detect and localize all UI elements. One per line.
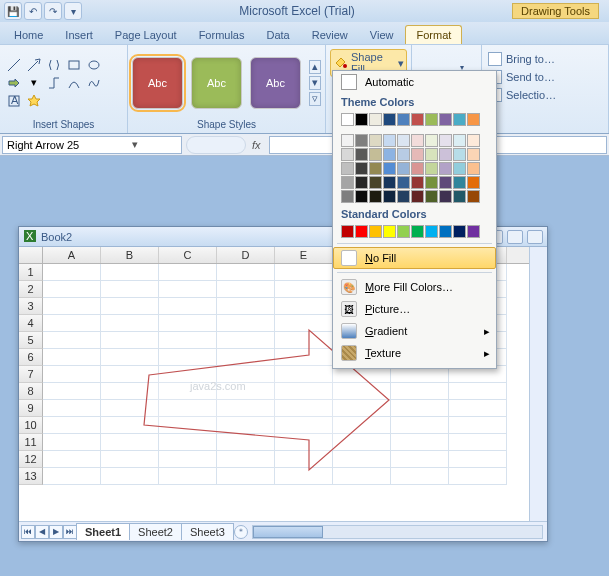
row-header-3[interactable]: 3 (19, 298, 43, 315)
tab-format[interactable]: Format (405, 25, 462, 44)
color-swatch[interactable] (439, 225, 452, 238)
row-header-2[interactable]: 2 (19, 281, 43, 298)
color-swatch[interactable] (425, 176, 438, 189)
color-swatch[interactable] (453, 134, 466, 147)
color-swatch[interactable] (425, 113, 438, 126)
color-swatch[interactable] (355, 162, 368, 175)
shape-freeform-icon[interactable] (86, 75, 102, 91)
color-swatch[interactable] (467, 113, 480, 126)
color-swatch[interactable] (341, 176, 354, 189)
cell-G13[interactable] (391, 468, 449, 485)
color-swatch[interactable] (467, 162, 480, 175)
shapes-more-icon[interactable]: ▾ (26, 75, 42, 91)
shape-block-arrow-icon[interactable] (6, 75, 22, 91)
shape-star-icon[interactable] (26, 93, 42, 109)
color-swatch[interactable] (467, 134, 480, 147)
row-header-9[interactable]: 9 (19, 400, 43, 417)
cell-C11[interactable] (159, 434, 217, 451)
cell-H8[interactable] (449, 383, 507, 400)
color-swatch[interactable] (397, 176, 410, 189)
row-header-8[interactable]: 8 (19, 383, 43, 400)
color-swatch[interactable] (355, 225, 368, 238)
color-swatch[interactable] (425, 225, 438, 238)
color-swatch[interactable] (411, 190, 424, 203)
cell-A4[interactable] (43, 315, 101, 332)
cell-D12[interactable] (217, 451, 275, 468)
cell-B12[interactable] (101, 451, 159, 468)
cell-F10[interactable] (333, 417, 391, 434)
color-swatch[interactable] (439, 148, 452, 161)
color-swatch[interactable] (425, 134, 438, 147)
no-fill[interactable]: No Fill (333, 247, 496, 269)
save-button[interactable]: 💾 (4, 2, 22, 20)
sheet-tab-sheet1[interactable]: Sheet1 (76, 523, 130, 540)
sheet-tab-sheet2[interactable]: Sheet2 (129, 523, 182, 540)
color-swatch[interactable] (341, 162, 354, 175)
cell-E11[interactable] (275, 434, 333, 451)
cell-B8[interactable] (101, 383, 159, 400)
sheet-tab-sheet3[interactable]: Sheet3 (181, 523, 234, 540)
cell-B5[interactable] (101, 332, 159, 349)
color-swatch[interactable] (397, 162, 410, 175)
color-swatch[interactable] (341, 134, 354, 147)
color-swatch[interactable] (397, 134, 410, 147)
cell-A5[interactable] (43, 332, 101, 349)
tab-last[interactable]: ⏭ (63, 525, 77, 539)
color-swatch[interactable] (453, 225, 466, 238)
color-swatch[interactable] (425, 190, 438, 203)
color-swatch[interactable] (383, 162, 396, 175)
cell-H11[interactable] (449, 434, 507, 451)
shape-style-2[interactable]: Abc (191, 57, 242, 109)
color-swatch[interactable] (453, 176, 466, 189)
color-swatch[interactable] (341, 225, 354, 238)
cell-F9[interactable] (333, 400, 391, 417)
cell-C4[interactable] (159, 315, 217, 332)
cell-B1[interactable] (101, 264, 159, 281)
tab-formulas[interactable]: Formulas (189, 26, 255, 44)
color-swatch[interactable] (397, 148, 410, 161)
color-swatch[interactable] (411, 134, 424, 147)
cell-D9[interactable] (217, 400, 275, 417)
row-header-11[interactable]: 11 (19, 434, 43, 451)
cell-B7[interactable] (101, 366, 159, 383)
color-swatch[interactable] (467, 148, 480, 161)
col-header-A[interactable]: A (43, 247, 101, 263)
shape-line-icon[interactable] (6, 57, 22, 73)
cell-A13[interactable] (43, 468, 101, 485)
shape-style-1[interactable]: Abc (132, 57, 183, 109)
tab-insert[interactable]: Insert (55, 26, 103, 44)
maximize-button[interactable] (507, 230, 523, 244)
cell-E10[interactable] (275, 417, 333, 434)
cell-C1[interactable] (159, 264, 217, 281)
cell-B3[interactable] (101, 298, 159, 315)
row-header-1[interactable]: 1 (19, 264, 43, 281)
cell-A8[interactable] (43, 383, 101, 400)
cell-D3[interactable] (217, 298, 275, 315)
cell-F12[interactable] (333, 451, 391, 468)
cell-A11[interactable] (43, 434, 101, 451)
cell-G9[interactable] (391, 400, 449, 417)
cell-D11[interactable] (217, 434, 275, 451)
cell-B4[interactable] (101, 315, 159, 332)
color-swatch[interactable] (397, 113, 410, 126)
cell-D5[interactable] (217, 332, 275, 349)
cell-E4[interactable] (275, 315, 333, 332)
cell-C6[interactable] (159, 349, 217, 366)
cell-E6[interactable] (275, 349, 333, 366)
automatic-fill[interactable]: Automatic (333, 71, 496, 93)
cell-E3[interactable] (275, 298, 333, 315)
cell-A7[interactable] (43, 366, 101, 383)
color-swatch[interactable] (355, 134, 368, 147)
shape-brace-icon[interactable] (46, 57, 62, 73)
cell-B13[interactable] (101, 468, 159, 485)
col-header-E[interactable]: E (275, 247, 333, 263)
color-swatch[interactable] (453, 190, 466, 203)
cell-F8[interactable] (333, 383, 391, 400)
color-swatch[interactable] (453, 162, 466, 175)
redo-button[interactable]: ↷ (44, 2, 62, 20)
shape-rect-icon[interactable] (66, 57, 82, 73)
color-swatch[interactable] (383, 190, 396, 203)
color-swatch[interactable] (439, 113, 452, 126)
cell-D4[interactable] (217, 315, 275, 332)
cell-C3[interactable] (159, 298, 217, 315)
